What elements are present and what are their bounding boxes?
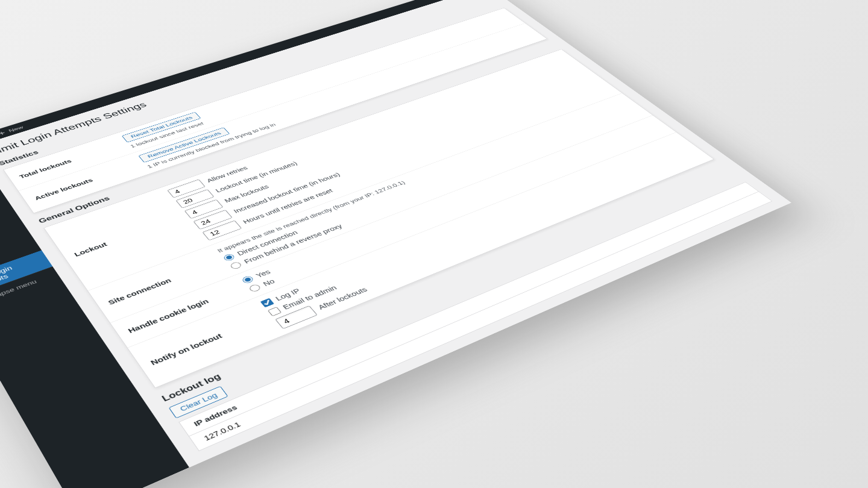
lockout-label: Lockout — [73, 212, 190, 257]
plus-icon — [0, 130, 7, 136]
no-label: No — [262, 278, 277, 287]
collapse-label: Collapse menu — [0, 278, 38, 303]
collapse-menu[interactable]: Collapse menu — [0, 266, 61, 316]
yes-label: Yes — [254, 269, 272, 279]
